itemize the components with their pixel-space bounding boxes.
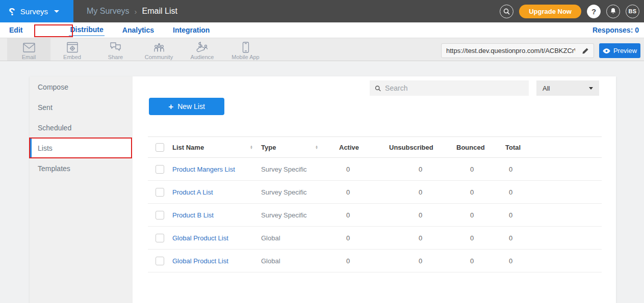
channel-tab-audience[interactable]: Audience (181, 38, 224, 61)
sort-icon[interactable]: ▲▼ (250, 145, 253, 149)
top-header: ? Surveys My Surveys › Email List Upgrad… (0, 0, 644, 22)
embed-icon (66, 41, 79, 53)
select-all-checkbox[interactable] (156, 143, 164, 152)
sort-icon[interactable]: ▲▼ (315, 145, 318, 149)
share-icon (109, 41, 122, 53)
product-menu[interactable]: ? Surveys (0, 0, 73, 22)
row-checkbox[interactable] (156, 211, 164, 219)
tab-distribute[interactable]: Distribute (69, 24, 104, 36)
tab-analytics[interactable]: Analytics (121, 24, 155, 36)
active-count: 0 (337, 257, 388, 265)
audience-icon (196, 41, 209, 53)
row-checkbox[interactable] (156, 188, 164, 197)
active-count: 0 (337, 166, 388, 173)
list-name-link[interactable]: Global Product List (172, 234, 228, 242)
search-input[interactable] (385, 84, 524, 92)
questionpro-logo-icon: ? (9, 6, 15, 17)
bounced-count: 0 (454, 166, 502, 173)
sidebar-item-scheduled[interactable]: Scheduled (30, 118, 133, 138)
notifications-button[interactable] (606, 5, 620, 18)
top-header-actions: Upgrade Now ? BS (500, 0, 639, 22)
chevron-down-icon (54, 10, 59, 13)
breadcrumb-separator-icon: › (135, 7, 137, 16)
total-count: 0 (502, 166, 602, 173)
list-name-link[interactable]: Global Product List (172, 257, 228, 265)
channel-label: Embed (63, 54, 81, 60)
breadcrumb-parent-link[interactable]: My Surveys (87, 7, 130, 16)
question-mark-icon: ? (591, 7, 596, 16)
row-checkbox[interactable] (156, 234, 164, 242)
preview-button[interactable]: Preview (599, 43, 640, 58)
search-button[interactable] (500, 5, 513, 18)
new-list-button[interactable]: + New List (149, 98, 224, 115)
channel-tab-embed[interactable]: Embed (50, 38, 94, 61)
list-name-link[interactable]: Product A List (172, 188, 213, 196)
table-row: Global Product List Global 0 0 0 0 (148, 250, 602, 272)
preview-label: Preview (613, 47, 637, 54)
col-type: Type ▲▼ (260, 144, 337, 151)
col-total: Total (502, 144, 602, 151)
sidebar-item-sent[interactable]: Sent (30, 97, 133, 118)
bounced-count: 0 (454, 188, 502, 196)
filter-selected-value: All (543, 85, 550, 92)
table-row: Global Product List Global 0 0 0 0 (148, 227, 602, 250)
unsubscribed-count: 0 (388, 211, 454, 219)
total-count: 0 (502, 211, 602, 219)
unsubscribed-count: 0 (388, 166, 454, 173)
plus-icon: + (168, 102, 173, 111)
edit-url-button[interactable] (577, 44, 594, 58)
upgrade-now-button[interactable]: Upgrade Now (519, 5, 581, 18)
search-icon (503, 8, 510, 15)
breadcrumb-current: Email List (142, 7, 177, 16)
tab-edit[interactable]: Edit (8, 24, 23, 36)
active-count: 0 (337, 211, 388, 219)
sidebar-item-compose[interactable]: Compose (30, 77, 133, 97)
channel-tab-mobile-app[interactable]: Mobile App (224, 38, 267, 61)
bounced-count: 0 (454, 211, 502, 219)
active-count: 0 (337, 234, 388, 242)
list-filter-dropdown[interactable]: All (536, 80, 599, 96)
survey-url-group (441, 43, 594, 58)
survey-nav: Edit Distribute Analytics Integration Re… (0, 22, 644, 38)
community-icon (152, 41, 166, 53)
row-checkbox[interactable] (156, 257, 164, 265)
unsubscribed-count: 0 (388, 188, 454, 196)
sidebar: Compose Sent Scheduled Lists Templates (30, 76, 133, 303)
sidebar-item-lists[interactable]: Lists (30, 138, 133, 158)
new-list-label: New List (177, 102, 205, 111)
survey-url-input[interactable] (442, 44, 577, 58)
channel-label: Share (108, 54, 123, 60)
help-button[interactable]: ? (587, 5, 601, 18)
select-all-cell (148, 143, 172, 152)
email-icon (22, 41, 36, 53)
avatar-initials: BS (629, 8, 637, 14)
list-type: Survey Specific (261, 211, 307, 219)
channel-tabs: Email Embed Share Community (7, 38, 267, 61)
responses-count[interactable]: Responses: 0 (593, 26, 639, 34)
bounced-count: 0 (454, 257, 502, 265)
table-row: Product A List Survey Specific 0 0 0 0 (148, 181, 602, 204)
bounced-count: 0 (454, 234, 502, 242)
channel-tab-community[interactable]: Community (137, 38, 181, 61)
col-bounced: Bounced (454, 144, 502, 151)
search-icon (375, 85, 381, 92)
channel-label: Community (145, 54, 173, 60)
email-lists-panel: Compose Sent Scheduled Lists Templates A… (30, 76, 616, 303)
col-active: Active (337, 144, 388, 151)
channel-tab-share[interactable]: Share (94, 38, 137, 61)
table-header-row: List Name ▲▼ Type ▲▼ Active Unsubscribed… (148, 136, 602, 158)
list-name-link[interactable]: Product Mangers List (172, 166, 235, 173)
channel-tab-email[interactable]: Email (7, 38, 50, 61)
tab-integration[interactable]: Integration (172, 24, 211, 36)
user-avatar[interactable]: BS (626, 5, 639, 18)
table-row: Product B List Survey Specific 0 0 0 0 (148, 204, 602, 227)
sidebar-item-templates[interactable]: Templates (30, 158, 133, 179)
list-name-link[interactable]: Product B List (172, 211, 214, 219)
chevron-down-icon (589, 87, 593, 90)
col-list-name: List Name ▲▼ (172, 144, 260, 151)
unsubscribed-count: 0 (388, 234, 454, 242)
pencil-icon (582, 47, 589, 54)
list-type: Global (261, 234, 280, 242)
eye-icon (603, 48, 610, 53)
row-checkbox[interactable] (156, 165, 164, 174)
